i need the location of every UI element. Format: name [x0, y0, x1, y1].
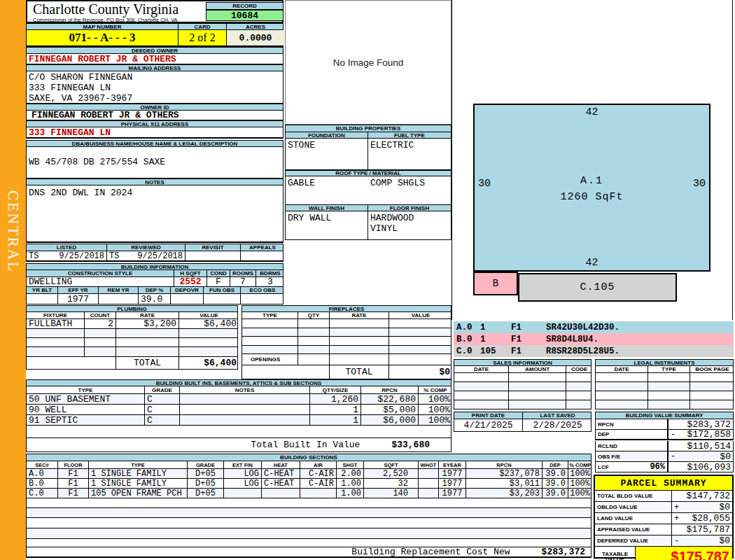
built-ins-row: 50 UNF BASEMENT C 1,260 $22,680 100%: [26, 394, 451, 405]
sketch-legend-row-c: C.0 105 F1 R8SR28D5L28U5.: [454, 345, 734, 357]
value-summary-row: RCLND $110,514: [595, 441, 734, 451]
parcel-summary-row: OBLDG VALUE +$0: [595, 502, 732, 513]
reviewed-value: TS 9/25/2018: [107, 251, 186, 260]
construction-values: DWELLING 2552 F 7 3: [26, 277, 284, 287]
building-section-row: B.0 F1 1 SINGLE FAMILY D+05 LOG C-HEAT C…: [26, 479, 592, 489]
acres-value: 0.0000: [227, 30, 284, 46]
deeded-owner-value: FINNEGAN ROBERT JR & OTHERS: [26, 54, 284, 64]
plumbing-empty-row: [26, 338, 238, 347]
listed-value: TS 9/25/2018: [27, 251, 107, 260]
legal-empty-row: [595, 391, 734, 400]
no-image-text: No Image Found: [333, 57, 404, 68]
bedrooms: 3: [256, 277, 284, 286]
floor-finish-value-1: HARDWOOD: [370, 213, 449, 223]
sketch-dim-bottom: 42: [475, 257, 709, 269]
built-ins-header: TYPE GRADE NOTES QTY/SIZE RPCN % COMP: [26, 386, 451, 394]
remodel-year: [99, 294, 139, 304]
legal-empty-row: [595, 382, 734, 391]
value-summary-row-lcf: LCF 96% $106,093: [595, 462, 734, 472]
notes-box: DNS 2ND DWL IN 2024: [26, 186, 284, 243]
sales-empty-row: [454, 391, 592, 400]
sketch-b-label: B: [493, 278, 498, 289]
owner-id-label: OWNER ID: [26, 104, 284, 111]
legal-title: LEGAL INSTRUMENTS: [595, 359, 734, 366]
parcel-summary-row: DEFERRED VALUE -$0: [595, 536, 732, 547]
sketch-legend-row-b: B.0 1 F1 SR8D4L8U4.: [454, 333, 734, 345]
legal-empty-row: [595, 373, 734, 382]
foundation-fuel-values: STONE ELECTRIC: [285, 139, 451, 170]
print-saved-header: PRINT DATE LAST SAVED: [454, 412, 592, 419]
appeals-label: APPEALS: [241, 244, 284, 251]
building-section-empty-row: [26, 518, 592, 528]
plumbing-total-label: TOTAL: [116, 357, 179, 369]
construction-header: CONSTRUCTION STYLE H SQFT COND ROOMS BDR…: [26, 270, 284, 277]
county-title: Charlotte County Virginia: [33, 1, 178, 18]
mailing-line-1: C/O SHARON FINNEGAN: [29, 72, 281, 83]
construction-style: DWELLING: [27, 277, 174, 286]
legal-description: WB 45/708 DB 275/554 SAXE: [27, 147, 283, 178]
lcf-percent: 96%: [650, 462, 665, 472]
region-label: CENTRAL: [4, 190, 22, 273]
mailing-line-3: SAXE, VA 23967-3967: [29, 93, 281, 104]
built-ins-row: 91 SEPTIC C 1 $6,000 100%: [26, 415, 451, 426]
replacement-cost-value: $283,372: [542, 547, 585, 556]
building-section-empty-row: [26, 539, 592, 547]
map-card-acres-header: MAP NUMBER CARD ACRES: [26, 23, 284, 30]
roof-type-value: GABLE: [286, 176, 368, 204]
wall-finish-value: DRY WALL: [286, 211, 368, 239]
print-saved-values: 4/21/2025 2/28/2025: [454, 419, 592, 432]
building-replacement-row: Building Replacement Cost New $283,372: [26, 547, 592, 558]
foundation-value: STONE: [286, 139, 368, 169]
legal-description-box: WB 45/708 DB 275/554 SAXE: [26, 147, 284, 178]
value-summary-row: RPCN $283,372: [595, 419, 734, 430]
taxable-value-label: TAXABLE VALUE: [595, 547, 636, 560]
map-number-value: 071- - A- - - 3: [27, 30, 178, 46]
building-section-empty-row: [26, 528, 592, 539]
deeded-owner-label: DEEDED OWNER: [26, 47, 284, 54]
value-summary-row: OBS F/E - $0: [595, 451, 734, 462]
foundation-fuel-header: FOUNDATION FUEL TYPE: [285, 132, 451, 139]
fireplaces-empty-row: [241, 346, 451, 354]
visits-values: TS 9/25/2018 TS 9/25/2018: [26, 251, 284, 262]
print-date-value: 4/21/2025: [454, 419, 523, 431]
sales-empty-row: [454, 400, 592, 410]
roof-material-value: COMP SHGLS: [368, 176, 451, 204]
plumbing-row: FULLBATH 2 $3,200 $6,400: [26, 319, 238, 329]
plumbing-empty-row: [26, 329, 238, 338]
sketch-a-sqft: 1260 SqFt: [475, 191, 709, 203]
dep-override: [171, 294, 204, 304]
taxable-value-amount: $175,787: [636, 547, 732, 560]
physical-address-label: PHYSICAL 911 ADDRESS: [26, 120, 284, 127]
wall-floor-header: WALL FINISH FLOOR FINISH: [285, 205, 451, 211]
mailing-address-label: MAILING ADDRESS: [26, 64, 284, 71]
plumbing-header: FIXTURE COUNT RATE VALUE: [26, 312, 238, 319]
parcel-summary-row: APPRAISED VALUE $175,787: [595, 524, 732, 536]
sketch-section-c: C.105: [518, 273, 677, 302]
listed-label: LISTED: [27, 244, 107, 251]
year-values: 1977 39.0: [26, 294, 284, 304]
card-label: CARD: [178, 24, 227, 29]
notes-value: DNS 2ND DWL IN 2024: [27, 186, 283, 198]
property-record-card: CENTRAL Charlotte County Virginia Commis…: [0, 0, 735, 560]
commissioner-line: Commissioner of the Revenue, PO Box 308,…: [33, 17, 178, 23]
sketch-legend-row-a: A.0 1 F1 SR42U30L42D30.: [454, 321, 734, 333]
built-ins-total-label: Total Built In Value: [251, 440, 360, 450]
economic-obs: [241, 294, 284, 304]
heated-sqft: 2552: [174, 277, 207, 286]
last-saved-value: 2/28/2025: [523, 419, 592, 431]
visits-header: LISTED REVIEWED REVISIT APPEALS: [26, 244, 284, 251]
sales-empty-row: [454, 373, 592, 382]
roof-header: ROOF TYPE / MATERIAL: [285, 170, 451, 176]
mailing-address-box: C/O SHARON FINNEGAN 333 FINNEGAN LN SAXE…: [26, 71, 284, 104]
fuel-value: ELECTRIC: [368, 139, 451, 169]
revisit-label: REVISIT: [186, 244, 241, 251]
year-built: [27, 294, 58, 304]
photo-placeholder: No Image Found: [285, 0, 451, 125]
reviewed-label: REVIEWED: [107, 244, 186, 251]
sales-title: SALES INFORMATION: [454, 359, 592, 366]
building-information-title: BUILDING INFORMATION: [26, 263, 284, 270]
fireplaces-empty-row: [241, 319, 451, 328]
built-ins-row: 90 WELL C 1 $5,000 100%: [26, 405, 451, 415]
page-right-edge: [732, 0, 733, 320]
legal-empty-row: [595, 400, 734, 410]
